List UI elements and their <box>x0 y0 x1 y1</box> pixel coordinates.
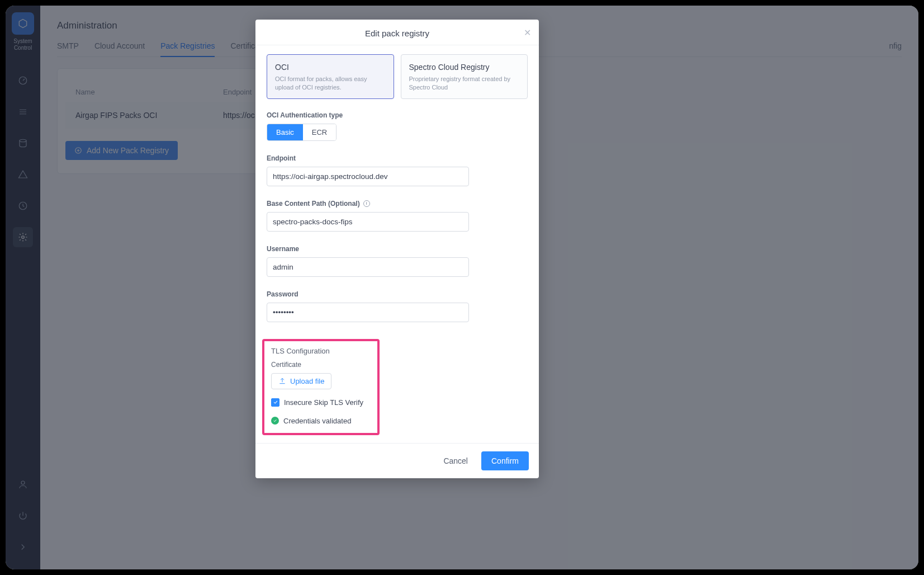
auth-type-label: OCI Authentication type <box>267 111 528 119</box>
check-icon <box>273 399 278 405</box>
success-badge <box>271 417 279 425</box>
check-icon <box>273 418 277 423</box>
password-label: Password <box>267 290 528 298</box>
modal-footer: Cancel Confirm <box>255 443 539 478</box>
type-card-oci[interactable]: OCI OCI format for packs, allows easy up… <box>267 54 394 99</box>
base-path-input[interactable] <box>267 212 469 232</box>
type-card-oci-title: OCI <box>275 63 386 72</box>
validated-label: Credentials validated <box>283 417 351 425</box>
certificate-label: Certificate <box>271 361 371 369</box>
registry-type-selector: OCI OCI format for packs, allows easy up… <box>267 54 528 99</box>
auth-basic-button[interactable]: Basic <box>267 124 303 140</box>
upload-label: Upload file <box>290 377 324 385</box>
type-card-oci-desc: OCI format for packs, allows easy upload… <box>275 75 386 92</box>
auth-type-segmented: Basic ECR <box>267 124 337 141</box>
type-card-spectro-desc: Proprietary registry format created by S… <box>409 75 520 92</box>
base-path-label: Base Content Path (Optional) i <box>267 200 528 208</box>
type-card-spectro-title: Spectro Cloud Registry <box>409 63 520 72</box>
upload-file-button[interactable]: Upload file <box>271 373 331 389</box>
confirm-button[interactable]: Confirm <box>481 451 529 470</box>
tls-configuration-highlight: TLS Configuration Certificate Upload fil… <box>262 339 380 435</box>
type-card-spectro[interactable]: Spectro Cloud Registry Proprietary regis… <box>401 54 528 99</box>
credentials-validated-row: Credentials validated <box>271 417 371 425</box>
info-icon[interactable]: i <box>363 200 370 207</box>
auth-ecr-button[interactable]: ECR <box>303 124 336 140</box>
cancel-button[interactable]: Cancel <box>439 452 472 470</box>
modal-header: Edit pack registry ✕ <box>255 20 539 45</box>
upload-icon <box>278 377 286 385</box>
edit-registry-modal: Edit pack registry ✕ OCI OCI format for … <box>255 20 539 478</box>
password-input[interactable] <box>267 303 469 322</box>
endpoint-label: Endpoint <box>267 154 528 162</box>
tls-section-title: TLS Configuration <box>271 347 371 355</box>
skip-tls-checkbox[interactable] <box>271 398 279 407</box>
skip-tls-label: Insecure Skip TLS Verify <box>284 398 363 407</box>
username-label: Username <box>267 245 528 253</box>
skip-tls-checkbox-row[interactable]: Insecure Skip TLS Verify <box>271 398 371 407</box>
modal-body: OCI OCI format for packs, allows easy up… <box>255 45 539 443</box>
endpoint-input[interactable] <box>267 167 469 186</box>
modal-title: Edit pack registry <box>255 29 539 38</box>
close-icon[interactable]: ✕ <box>524 27 531 38</box>
username-input[interactable] <box>267 257 469 277</box>
